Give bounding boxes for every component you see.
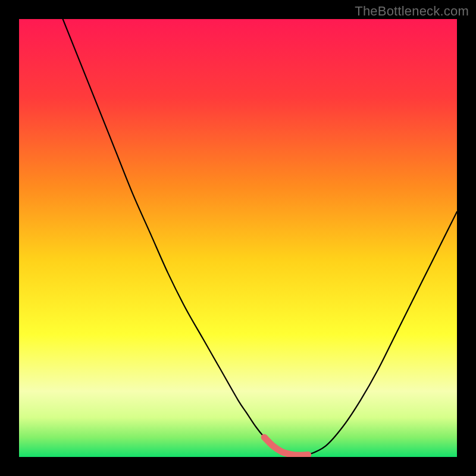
plot-area [19, 19, 457, 457]
gradient-background [19, 19, 457, 457]
bottleneck-chart [19, 19, 457, 457]
watermark-text: TheBottleneck.com [355, 4, 469, 19]
chart-frame: TheBottleneck.com [0, 0, 476, 476]
